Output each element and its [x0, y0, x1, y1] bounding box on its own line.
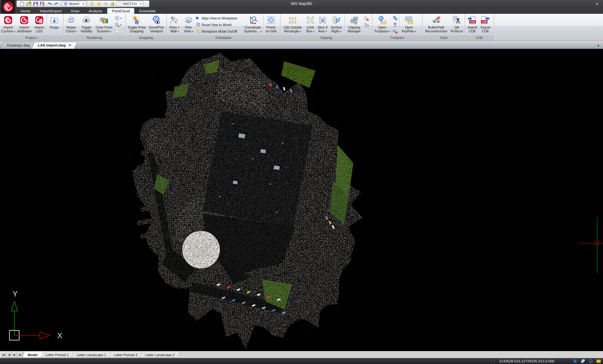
- qat-customize-button[interactable]: ▔▾: [145, 2, 147, 6]
- qa-protocol-button[interactable]: QAProtocol: [449, 14, 464, 35]
- ribbon-tab-pointcloud[interactable]: PointCloud: [107, 8, 134, 14]
- color-from-scanner-button[interactable]: Color FromScanner ▾: [94, 14, 114, 35]
- new-drawing-button[interactable]: [19, 1, 25, 7]
- drawing-viewport[interactable]: Y X: [0, 49, 603, 351]
- slice-x-axis-button[interactable]: Slice XAxis ▾: [316, 14, 329, 35]
- clipping-manager-button[interactable]: ClippingManager: [345, 14, 363, 35]
- toggle-visibility-button[interactable]: ToggleVisibility: [79, 14, 94, 35]
- import-jetstream-button[interactable]: ImportJetStream: [16, 14, 33, 35]
- snap-style-toggle[interactable]: [103, 1, 109, 7]
- ribbon-tab-import-export[interactable]: Import/Export: [35, 8, 66, 14]
- coordinate-systems-button[interactable]: CoordinateSystems... ▾: [243, 14, 263, 35]
- import-lgs-button[interactable]: ImportLGS: [33, 14, 46, 35]
- toggle-visibility-label: ToggleVisibility: [80, 25, 92, 33]
- open-keyplan-button[interactable]: OpenKeyPlan ▾: [400, 14, 418, 35]
- purge-label: Purge: [50, 25, 59, 29]
- floor-wall-button[interactable]: zFloor +Wall ▾: [167, 14, 182, 35]
- ribbon-group-label-text: Project: [25, 36, 36, 40]
- layout-tab-letter-portrait-2[interactable]: Letter Portrait 2: [109, 352, 142, 358]
- minimize-button[interactable]: [563, 1, 571, 7]
- smartpick-viewport-label: SmartPickViewport: [149, 25, 164, 33]
- clip-outside-rectangle-button[interactable]: Clip OutsideRectangle ▾: [281, 14, 304, 35]
- brightness-toggle[interactable]: [96, 1, 102, 7]
- annotation-button[interactable]: [588, 359, 594, 364]
- import-coe-icon: COE: [468, 15, 477, 25]
- next-layout-button[interactable]: ▶: [12, 352, 17, 357]
- view-zero-icon: [114, 22, 120, 28]
- plan-view-label: PlanView ▾: [184, 25, 193, 34]
- ribbon-tab-analysis[interactable]: Analysis: [84, 8, 107, 14]
- style-combo[interactable]: Sketch▼: [62, 1, 86, 7]
- truview-visibility-button[interactable]: [392, 15, 399, 21]
- regen-cloud-button[interactable]: RegenCloud ▾: [64, 14, 79, 35]
- open-truspace-button[interactable]: OpenTruSpace ▾: [373, 14, 392, 35]
- chevron-down-icon: ▾: [110, 30, 111, 33]
- purge-button[interactable]: Purge: [47, 14, 61, 35]
- ribbon-tab-home[interactable]: Home: [16, 8, 35, 14]
- import-cyclone-label: ImportCyclone ▾: [1, 25, 15, 34]
- save-button[interactable]: [32, 1, 39, 7]
- window-arrange-button[interactable]: [580, 359, 586, 364]
- bullet-path-reconstruction-button[interactable]: Bullet-PathReconstruction: [423, 14, 449, 35]
- limit-box-label: LimitBox ▾: [306, 25, 314, 34]
- remove-camera-button[interactable]: [392, 28, 399, 35]
- close-button[interactable]: ×: [593, 1, 601, 7]
- maximize-button[interactable]: [578, 1, 586, 7]
- view-single-cloud-button[interactable]: ▾: [114, 15, 122, 21]
- smartpick-viewport-button[interactable]: SmartPickViewport: [147, 14, 166, 35]
- app-logo-icon: [2, 1, 14, 13]
- remove-clips-button[interactable]: [363, 15, 370, 21]
- reset-view-to-world-label: Reset View to World: [202, 23, 231, 27]
- open-drawing-button[interactable]: [25, 1, 32, 7]
- previous-layout-button[interactable]: ◀: [6, 352, 12, 357]
- points-on-grid-button[interactable]: Pointson Grid: [264, 14, 278, 35]
- hide-clouds-button[interactable]: ▾: [114, 22, 122, 28]
- limit-box-button[interactable]: LimitBox ▾: [304, 14, 316, 35]
- layer-combo[interactable]: SKETCH▼: [117, 1, 144, 7]
- regen-cloud-icon: [67, 15, 76, 25]
- settings-button[interactable]: [572, 359, 578, 364]
- undo-icon: [47, 1, 52, 7]
- point-snap-icon: [132, 15, 141, 25]
- save-as-button[interactable]: [39, 1, 46, 7]
- layout-tab-letter-landscape-1[interactable]: Letter Landscape 1: [72, 352, 111, 358]
- cloud-density-button[interactable]: [114, 28, 122, 35]
- export-coe-label: ExportCOE: [481, 25, 490, 33]
- reset-view-to-world-button[interactable]: Reset View to World: [195, 21, 243, 28]
- export-coe-button[interactable]: COEExportCOE: [479, 14, 492, 35]
- smartpick-icon: [152, 15, 161, 25]
- close-icon[interactable]: ×: [69, 43, 71, 47]
- layout-tab-letter-landscape-2[interactable]: Letter Landscape 2: [141, 352, 179, 358]
- drawing-tab-label: LAS import.dwg: [38, 43, 66, 47]
- save-as-icon: [40, 1, 45, 7]
- drawing-tabs-overflow-button[interactable]: ▼: [597, 44, 600, 47]
- mail-button[interactable]: [595, 359, 602, 364]
- last-layout-button[interactable]: ▶|: [18, 352, 23, 357]
- workplane-mode-button[interactable]: Workplane Mode On/Off: [195, 28, 243, 35]
- truview-align-button[interactable]: [392, 22, 399, 28]
- toggle-point-snapping-button[interactable]: Toggle PointSnapping: [126, 14, 147, 35]
- chevron-down-icon: ▼: [139, 3, 142, 5]
- ribbon-tab-essentials[interactable]: Essentials: [135, 8, 160, 14]
- first-layout-button[interactable]: |◀: [1, 352, 6, 357]
- align-view-to-workplane-button[interactable]: Align View to Workplane: [195, 15, 243, 21]
- regen-cloud-label: RegenCloud ▾: [66, 25, 77, 34]
- import-coe-button[interactable]: COEImportCOE: [466, 14, 479, 35]
- ribbon-tab-draw[interactable]: Draw: [67, 8, 84, 14]
- drawing-tab-drawing1-dwg[interactable]: Drawing1.dwg: [2, 42, 35, 49]
- section-right-button[interactable]: SectionRight ▾: [329, 14, 344, 35]
- drawing-tab-las-import-dwg[interactable]: LAS import.dwg×: [33, 42, 76, 49]
- redo-button[interactable]: [53, 1, 59, 7]
- undo-button[interactable]: [46, 1, 52, 7]
- import-cyclone-button[interactable]: ImportCyclone ▾: [1, 14, 16, 35]
- lighting-toggle[interactable]: [89, 1, 95, 7]
- plan-view-button[interactable]: PlanView ▾: [182, 14, 195, 35]
- layout-tab-model[interactable]: Model: [23, 352, 42, 358]
- layout-tab-letter-portrait-1[interactable]: Letter Portrait 1: [41, 352, 73, 358]
- lock-toggle[interactable]: [110, 1, 116, 7]
- clip-settings-button[interactable]: [363, 22, 370, 28]
- ribbon-group-label[interactable]: Project▾: [0, 35, 63, 41]
- app-menu-button[interactable]: [1, 0, 15, 14]
- chevron-down-icon: ▼: [82, 3, 85, 5]
- truview-align-icon: [392, 22, 398, 28]
